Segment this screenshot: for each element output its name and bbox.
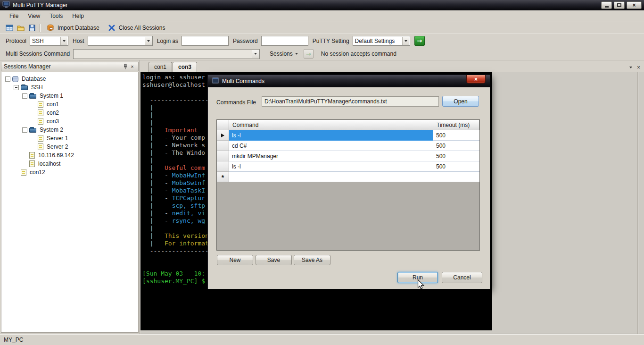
tree-item-label: Database (21, 75, 47, 83)
close-all-sessions-icon (108, 24, 116, 32)
open-button[interactable]: Open (442, 96, 479, 107)
import-database-label: Import Database (58, 25, 99, 31)
close-button[interactable]: × (627, 1, 642, 9)
grid-corner-cell (217, 120, 229, 130)
pin-panel-button[interactable] (122, 63, 129, 70)
dialog-titlebar[interactable]: Multi Commands × (208, 75, 490, 87)
open-folder-icon[interactable] (17, 24, 25, 32)
send-command-button[interactable]: → (304, 49, 314, 59)
tree-item-server-1[interactable]: Server 1 (1, 134, 138, 143)
save-as-button[interactable]: Save As (294, 255, 330, 265)
menu-view[interactable]: View (23, 11, 45, 21)
tree-expander-icon[interactable] (5, 76, 10, 82)
grid-cell-timeout[interactable]: 500 (433, 161, 479, 172)
login-input[interactable] (182, 36, 229, 46)
grid-row-header[interactable]: * (217, 172, 229, 182)
session-icon (29, 160, 35, 167)
new-button[interactable]: New (217, 255, 253, 265)
folder-icon (29, 94, 36, 99)
grid-cell-timeout[interactable]: 500 (433, 151, 479, 161)
grid-row-1[interactable]: ls -l500 (217, 130, 479, 141)
toolbar-separator (40, 24, 41, 32)
connect-button[interactable]: → (414, 36, 425, 46)
putty-dropdown-button[interactable] (402, 37, 409, 45)
dialog-icon (212, 77, 219, 85)
statusbar: MY_PC (0, 334, 644, 345)
cancel-button[interactable]: Cancel (442, 272, 482, 283)
protocol-dropdown-button[interactable] (60, 37, 67, 45)
grid-row-header[interactable] (217, 151, 229, 161)
grid-cell-command[interactable]: ls -l (229, 130, 433, 141)
close-icon: × (632, 2, 636, 8)
tree-item-server-2[interactable]: Server 2 (1, 143, 138, 151)
tree-item-localhost[interactable]: localhost (1, 160, 138, 168)
menu-help[interactable]: Help (67, 11, 89, 21)
tree-item-database[interactable]: Database (1, 75, 138, 83)
send-arrow-icon: → (306, 51, 311, 57)
tree-expander-icon[interactable] (14, 85, 19, 90)
grid-cell-command[interactable] (229, 172, 433, 182)
maximize-button[interactable] (614, 1, 625, 9)
tree-expander-icon[interactable] (22, 93, 27, 99)
close-tab-button[interactable]: × (637, 64, 640, 71)
menubar: FileViewToolsHelp (0, 10, 644, 22)
commands-grid: Command Timeout (ms) ls -l500cd C#500mkd… (216, 119, 480, 251)
commands-file-input[interactable]: D:\HoanTran\MultiPuTTYManager\commands.t… (262, 96, 439, 107)
host-input[interactable] (88, 36, 153, 46)
connection-toolbar: Protocol SSH Host Login as Password PuTT… (0, 34, 644, 48)
close-panel-button[interactable]: × (129, 63, 136, 70)
grid-row-header[interactable] (217, 130, 229, 141)
multi-sessions-command-input[interactable] (73, 49, 260, 59)
import-database-button[interactable]: Import Database (42, 23, 102, 33)
grid-cell-timeout[interactable]: 500 (433, 141, 479, 151)
grid-row-4[interactable]: ls -l500 (217, 161, 479, 172)
grid-cell-command[interactable]: mkdir MPManager (229, 151, 433, 161)
tree-item-con1[interactable]: con1 (1, 100, 138, 109)
tab-con3[interactable]: con3 (173, 62, 197, 72)
grid-row-5[interactable]: * (217, 172, 479, 182)
tree-item-con12[interactable]: con12 (1, 168, 138, 177)
tree-item-con2[interactable]: con2 (1, 109, 138, 117)
menu-file[interactable]: File (5, 11, 23, 21)
tree-item-con3[interactable]: con3 (1, 117, 138, 126)
right-edge-line (637, 72, 638, 334)
grid-row-header[interactable] (217, 141, 229, 151)
terminal-text: | - (142, 202, 172, 209)
terminal-text: | - (142, 172, 172, 179)
grid-cell-command[interactable]: ls -l (229, 161, 433, 172)
sessions-manager-icon[interactable] (6, 24, 13, 32)
grid-column-timeout[interactable]: Timeout (ms) (433, 120, 479, 130)
grid-column-command[interactable]: Command (229, 120, 433, 130)
grid-row-3[interactable]: mkdir MPManager500 (217, 151, 479, 161)
grid-cell-command[interactable]: cd C# (229, 141, 433, 151)
grid-cell-timeout[interactable]: 500 (433, 130, 479, 141)
command-dropdown-button[interactable] (252, 50, 259, 58)
terminal-text: | (142, 104, 153, 111)
tree-item-system-1[interactable]: System 1 (1, 92, 138, 100)
close-all-sessions-button[interactable]: Close All Sessions (104, 23, 168, 33)
tree-item-10-116-69-142[interactable]: 10.116.69.142 (1, 151, 138, 160)
host-dropdown-button[interactable] (145, 37, 152, 45)
grid-row-header[interactable] (217, 161, 229, 172)
minimize-icon (605, 6, 609, 8)
save-button[interactable]: Save (256, 255, 292, 265)
tab-con1[interactable]: con1 (149, 62, 172, 72)
tree-expander-icon[interactable] (22, 127, 27, 133)
putty-setting-select[interactable]: Default Settings (353, 36, 410, 46)
minimize-button[interactable] (601, 1, 612, 9)
close-icon: × (131, 64, 133, 69)
grid-row-2[interactable]: cd C#500 (217, 141, 479, 151)
grid-body: ls -l500cd C#500mkdir MPManager500ls -l5… (217, 130, 479, 182)
dialog-close-button[interactable]: × (466, 75, 486, 84)
terminal-text: | - (142, 187, 172, 194)
tree-item-system-2[interactable]: System 2 (1, 126, 138, 134)
protocol-select[interactable]: SSH (30, 36, 68, 46)
password-input[interactable] (261, 36, 308, 46)
grid-cell-timeout[interactable] (433, 172, 479, 182)
tab-list-button[interactable] (629, 67, 632, 68)
sessions-dropdown-button[interactable]: Sessions (267, 49, 301, 59)
tree-item-ssh[interactable]: SSH (1, 83, 138, 92)
pin-icon (123, 64, 128, 69)
save-sessions-icon[interactable] (28, 24, 36, 32)
menu-tools[interactable]: Tools (45, 11, 67, 21)
